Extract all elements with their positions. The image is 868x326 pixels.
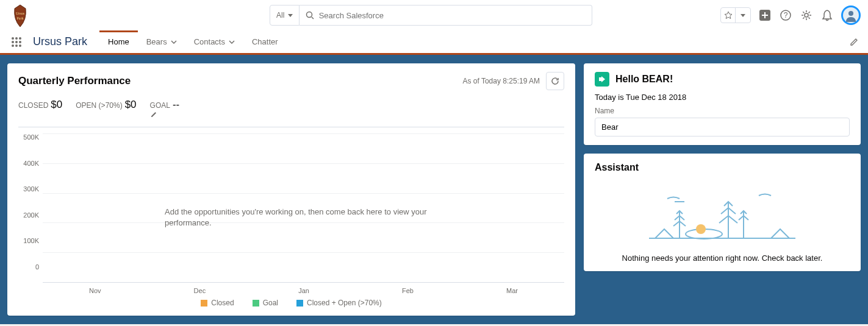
search-scope-dropdown[interactable]: All [270, 5, 299, 26]
tab-bears[interactable]: Bears [138, 30, 185, 53]
user-avatar[interactable] [841, 5, 861, 25]
caret-down-icon [288, 14, 293, 17]
app-launcher-icon[interactable] [7, 33, 26, 51]
qp-header: Quarterly Performance As of Today 8:25:1… [18, 72, 564, 90]
hello-title: Hello BEAR! [615, 74, 673, 85]
svg-point-20 [15, 37, 18, 40]
legend-closed: Closed [201, 299, 234, 307]
svg-point-19 [12, 37, 14, 40]
favorite-star-icon[interactable] [721, 8, 736, 23]
tab-chatter[interactable]: Chatter [243, 30, 287, 53]
svg-point-25 [12, 44, 14, 47]
chart-empty-message: Add the opportunities you're working on,… [165, 207, 445, 229]
svg-point-21 [19, 37, 21, 40]
chart-y-axis: 500K 400K 300K 200K 100K 0 [18, 133, 43, 283]
chevron-down-icon[interactable] [229, 40, 235, 44]
chevron-down-icon[interactable] [171, 40, 177, 44]
help-icon[interactable]: ? [779, 9, 792, 22]
chart-x-axis: Nov Dec Jan Feb Mar [43, 287, 564, 294]
qp-chart: 500K 400K 300K 200K 100K 0 Add the oppor… [18, 133, 564, 283]
search-scope-label: All [276, 11, 284, 19]
search-box[interactable] [299, 5, 592, 26]
hello-date: Today is Tue Dec 18 2018 [595, 93, 850, 102]
org-logo: UrsusPark [7, 2, 33, 28]
svg-point-22 [12, 41, 14, 43]
assistant-card: Assistant [584, 154, 861, 271]
qp-metrics: CLOSED$0 OPEN (>70%)$0 GOAL-- [18, 99, 564, 127]
favorite-dropdown-icon[interactable] [736, 8, 750, 23]
search-icon [306, 11, 314, 19]
edit-nav-icon[interactable] [847, 35, 861, 49]
tab-home[interactable]: Home [99, 30, 138, 53]
hello-card: Hello BEAR! Today is Tue Dec 18 2018 Nam… [584, 63, 861, 145]
qp-asof: As of Today 8:25:19 AM [462, 77, 540, 85]
tab-contacts[interactable]: Contacts [185, 30, 243, 53]
svg-text:Ursus: Ursus [16, 12, 25, 15]
global-search: All [270, 5, 592, 26]
metric-closed: CLOSED$0 [18, 99, 62, 118]
setup-gear-icon[interactable] [800, 9, 813, 22]
svg-point-18 [848, 11, 853, 16]
svg-line-17 [809, 12, 810, 13]
svg-text:?: ? [784, 11, 788, 19]
favorites-combo [720, 7, 751, 23]
edit-goal-icon[interactable] [150, 111, 182, 118]
chart-plot-area: Add the opportunities you're working on,… [43, 133, 564, 283]
svg-text:Park: Park [17, 16, 24, 20]
svg-line-14 [803, 12, 804, 13]
global-header: UrsusPark All ? [0, 0, 868, 30]
svg-point-29 [696, 224, 706, 234]
legend-goal: Goal [253, 299, 278, 307]
assistant-title: Assistant [595, 162, 850, 173]
metric-goal: GOAL-- [150, 99, 182, 118]
page-content: Quarterly Performance As of Today 8:25:1… [0, 55, 868, 324]
search-input[interactable] [319, 11, 586, 20]
hello-name-input[interactable] [595, 118, 850, 136]
notifications-bell-icon[interactable] [820, 9, 834, 22]
refresh-button[interactable] [546, 72, 564, 90]
app-name: Ursus Park [33, 35, 87, 48]
app-nav: Ursus Park Home Bears Contacts Chatter [0, 30, 868, 55]
right-column: Hello BEAR! Today is Tue Dec 18 2018 Nam… [584, 63, 861, 316]
svg-line-16 [803, 18, 804, 19]
metric-open: OPEN (>70%)$0 [76, 99, 136, 118]
qp-title: Quarterly Performance [18, 75, 131, 87]
hello-name-label: Name [595, 107, 850, 115]
svg-point-26 [15, 44, 18, 47]
global-add-icon[interactable] [758, 9, 772, 22]
nav-tabs: Home Bears Contacts Chatter [99, 30, 287, 53]
assistant-illustration [595, 180, 850, 247]
svg-point-23 [15, 41, 18, 43]
chart-legend: Closed Goal Closed + Open (>70%) [18, 299, 564, 307]
header-utility-icons: ? [720, 5, 861, 25]
svg-point-27 [19, 44, 21, 47]
svg-point-2 [307, 12, 312, 18]
quarterly-performance-card: Quarterly Performance As of Today 8:25:1… [7, 63, 575, 316]
svg-line-15 [809, 18, 810, 19]
svg-point-9 [805, 13, 808, 17]
legend-closed-open: Closed + Open (>70%) [296, 299, 382, 307]
svg-point-24 [19, 41, 21, 43]
hello-component-icon [595, 72, 609, 87]
svg-line-3 [312, 17, 314, 19]
assistant-message: Nothing needs your attention right now. … [595, 253, 850, 263]
